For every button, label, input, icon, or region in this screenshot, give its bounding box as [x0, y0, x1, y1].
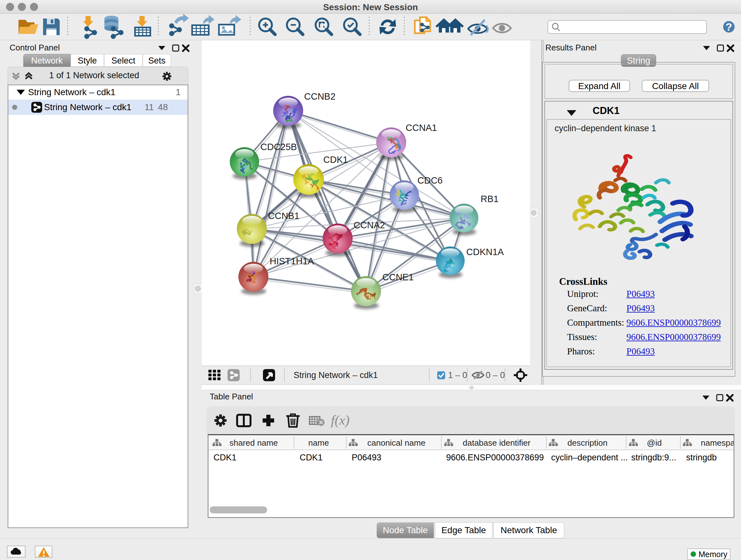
svg-text:@id: @id: [647, 438, 662, 448]
svg-text:HIST1H1A: HIST1H1A: [270, 256, 314, 266]
svg-text:description: description: [567, 438, 608, 448]
svg-text:CDKN1A: CDKN1A: [466, 247, 504, 257]
svg-text:CCNB1: CCNB1: [268, 211, 299, 221]
svg-text:CDK1: CDK1: [323, 154, 348, 165]
svg-text:CCNA1: CCNA1: [406, 123, 437, 133]
svg-text:CCNE1: CCNE1: [382, 272, 414, 282]
svg-text:CCNB2: CCNB2: [304, 91, 335, 102]
svg-text:name: name: [308, 438, 329, 448]
svg-text:String Network – cdk1: String Network – cdk1: [293, 370, 378, 380]
svg-text:f(x): f(x): [331, 413, 349, 428]
svg-text:0 – 0: 0 – 0: [486, 370, 505, 380]
svg-text:CDC25B: CDC25B: [260, 142, 297, 152]
svg-text:canonical name: canonical name: [367, 438, 425, 448]
svg-text:namespac: namespac: [701, 438, 734, 448]
svg-text:CCNA2: CCNA2: [354, 220, 385, 230]
svg-text:RB1: RB1: [481, 194, 498, 204]
svg-text:1 – 0: 1 – 0: [448, 370, 467, 380]
svg-text:database identifier: database identifier: [463, 438, 531, 448]
svg-text:CDC6: CDC6: [417, 175, 443, 186]
svg-text:shared name: shared name: [229, 438, 278, 448]
svg-text:?: ?: [726, 21, 732, 33]
